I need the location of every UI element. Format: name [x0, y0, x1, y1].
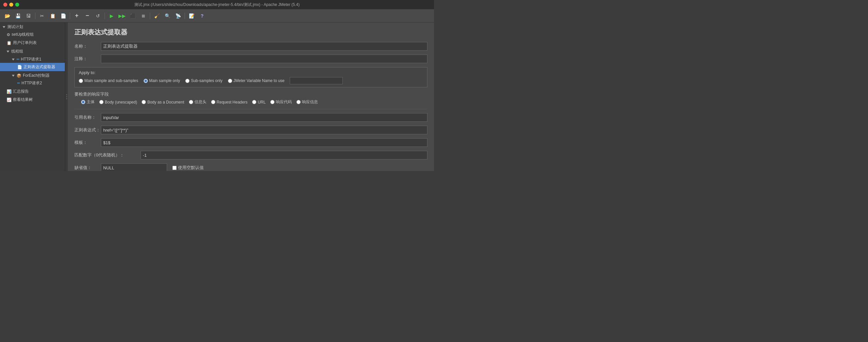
apply-main-sub[interactable]: Main sample and sub-samples [79, 79, 138, 83]
resp-message-label: 响应信息 [302, 99, 318, 105]
sidebar-item-threadgroup[interactable]: 线程组 [0, 47, 65, 55]
sidebar-item-http-request-1[interactable]: ✏ HTTP请求1 [0, 55, 65, 63]
resp-code[interactable]: 响应代码 [270, 99, 292, 105]
resp-message-radio[interactable] [297, 100, 301, 104]
sidebar-splitter[interactable] [65, 23, 68, 171]
close-button[interactable] [3, 3, 7, 7]
cut-button[interactable]: ✂ [37, 11, 46, 21]
regex-input[interactable] [101, 126, 427, 134]
name-input[interactable] [101, 42, 427, 51]
use-empty-checkbox-label[interactable]: 使用空默认值 [172, 165, 204, 171]
remote-button[interactable]: 📡 [173, 11, 183, 21]
run-button[interactable]: ▶ [107, 11, 116, 21]
resp-body-unescaped-radio[interactable] [99, 100, 103, 104]
foreach-controller-icon: 📦 [17, 73, 22, 78]
resp-info-header[interactable]: 信息头 [189, 99, 207, 105]
apply-to-title: Apply to: [79, 70, 423, 75]
sidebar-item-http-request-2[interactable]: ✏ HTTP请求2 [0, 79, 65, 87]
expand-icon-foreach [12, 75, 14, 77]
resp-body-unescaped[interactable]: Body (unescaped) [99, 100, 137, 104]
toolbar-sep-5 [185, 12, 185, 19]
resp-body-as-doc-radio[interactable] [142, 100, 146, 104]
sidebar-item-setup-threadgroup[interactable]: ⚙ setUp线程组 [0, 30, 65, 39]
apply-main-only-radio[interactable] [144, 79, 148, 83]
setup-threadgroup-icon: ⚙ [7, 32, 10, 37]
stop-button[interactable]: ⬛ [128, 11, 137, 21]
minimize-button[interactable] [9, 3, 13, 7]
sidebar-label-http-request-1: HTTP请求1 [21, 57, 41, 62]
comment-row: 注释： [74, 55, 427, 63]
sidebar-item-view-results-tree[interactable]: 📈 察看结果树 [0, 96, 65, 104]
default-input[interactable] [101, 163, 167, 171]
sidebar-label-threadgroup: 线程组 [11, 49, 23, 54]
default-label: 缺省值： [74, 165, 101, 171]
name-row: 名称： [74, 42, 427, 51]
maximize-button[interactable] [15, 3, 19, 7]
http-request-1-icon: ✏ [17, 57, 20, 62]
apply-jmeter-var-radio[interactable] [228, 79, 232, 83]
regex-label: 正则表达式： [74, 127, 101, 133]
open-button[interactable]: 📂 [3, 11, 12, 21]
stop-now-button[interactable]: ⏹ [138, 11, 148, 21]
comment-input[interactable] [101, 55, 427, 63]
resp-body-as-doc[interactable]: Body as a Document [142, 100, 184, 104]
resp-info-header-radio[interactable] [189, 100, 193, 104]
sidebar-item-regex-extractor[interactable]: 📄 正则表达式提取器 [0, 63, 65, 71]
resp-code-radio[interactable] [270, 100, 275, 104]
clear-button[interactable]: 🧹 [152, 11, 161, 21]
ref-name-row: 引用名称： [74, 113, 427, 122]
ref-name-input[interactable] [101, 113, 427, 122]
resp-body-unescaped-label: Body (unescaped) [105, 100, 137, 104]
use-empty-checkbox[interactable] [172, 166, 177, 170]
apply-main-sub-radio[interactable] [79, 79, 83, 83]
search-button[interactable]: 🔍 [163, 11, 172, 21]
templates-button[interactable]: 📝 [187, 11, 196, 21]
toolbar: 📂 💾 🖫 ✂ 📋 📄 + − ↺ ▶ ▶▶ ⬛ ⏹ 🧹 🔍 📡 📝 ? [0, 9, 434, 23]
view-results-tree-icon: 📈 [7, 98, 11, 102]
response-field-box: 要检查的响应字段 主体 Body (unescaped) Body as a D… [74, 91, 427, 105]
resp-url[interactable]: URL [252, 100, 266, 104]
divider-1 [74, 109, 427, 109]
toolbar-sep-2 [70, 12, 70, 19]
resp-body-radio[interactable] [81, 100, 85, 104]
template-input[interactable] [101, 138, 427, 147]
template-row: 模板： [74, 138, 427, 147]
sidebar-item-user-order-list[interactable]: 📋 用户订单列表 [0, 39, 65, 47]
copy-button[interactable]: 📋 [48, 11, 57, 21]
apply-jmeter-var[interactable]: JMeter Variable Name to use [228, 79, 285, 83]
run-no-pause-button[interactable]: ▶▶ [118, 11, 127, 21]
resp-request-headers-radio[interactable] [211, 100, 215, 104]
apply-main-only-label: Main sample only [149, 79, 180, 83]
save-all-button[interactable]: 🖫 [24, 11, 33, 21]
apply-sub-only[interactable]: Sub-samples only [185, 79, 222, 83]
save-button[interactable]: 💾 [13, 11, 23, 21]
reset-button[interactable]: ↺ [93, 11, 102, 21]
sidebar-item-summary-report[interactable]: 📊 汇总报告 [0, 87, 65, 96]
sidebar-label-user-order-list: 用户订单列表 [13, 40, 37, 45]
toolbar-sep-3 [104, 12, 105, 19]
sidebar-label-summary-report: 汇总报告 [13, 89, 29, 94]
expand-icon-test-plan [3, 26, 5, 28]
panel-title: 正则表达式提取器 [74, 28, 427, 37]
resp-request-headers[interactable]: Request Headers [211, 100, 247, 104]
apply-to-radio-group: Main sample and sub-samples Main sample … [79, 77, 423, 84]
apply-to-box: Apply to: Main sample and sub-samples Ma… [74, 67, 427, 87]
help-button[interactable]: ? [197, 11, 207, 21]
resp-message[interactable]: 响应信息 [297, 99, 318, 105]
regex-row: 正则表达式： [74, 126, 427, 134]
paste-button[interactable]: 📄 [59, 11, 68, 21]
apply-sub-only-radio[interactable] [185, 79, 190, 83]
add-button[interactable]: + [72, 11, 82, 21]
match-num-input[interactable] [141, 151, 427, 159]
sidebar-label-view-results-tree: 察看结果树 [13, 97, 33, 102]
remove-button[interactable]: − [83, 11, 92, 21]
resp-url-radio[interactable] [252, 100, 256, 104]
sidebar-item-foreach-controller[interactable]: 📦 ForEach控制器 [0, 71, 65, 79]
use-empty-label: 使用空默认值 [178, 165, 204, 171]
resp-body[interactable]: 主体 [81, 99, 95, 105]
expand-icon-threadgroup [7, 51, 9, 53]
jmeter-var-input[interactable] [290, 77, 343, 84]
sidebar-item-test-plan[interactable]: 测试计划 [0, 23, 65, 30]
apply-main-only[interactable]: Main sample only [144, 79, 180, 83]
resp-body-label: 主体 [87, 99, 95, 105]
